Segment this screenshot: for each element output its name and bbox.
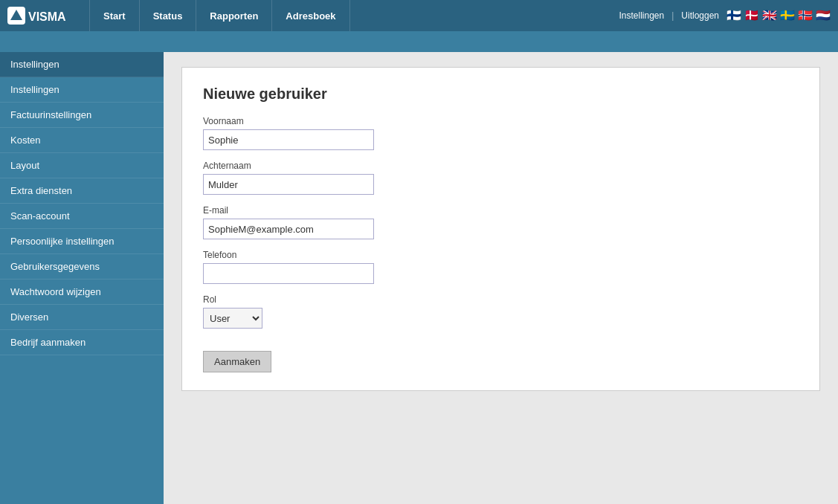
nav-adresboek[interactable]: Adresboek [272,0,349,31]
settings-link[interactable]: Instellingen [619,10,664,21]
rol-group: Rol User Admin Manager [203,294,799,329]
sidebar-item-extra-diensten[interactable]: Extra diensten [0,178,164,204]
flag-gb[interactable]: 🇬🇧 [762,10,777,21]
nav-start[interactable]: Start [89,0,140,31]
navbar-right: Instellingen | Uitloggen 🇫🇮 🇩🇰 🇬🇧 🇸🇪 🇳🇴 … [619,10,831,21]
flag-fi[interactable]: 🇫🇮 [726,10,741,21]
page-title: Nieuwe gebruiker [203,85,799,103]
sub-header [0,31,838,52]
sidebar: Instellingen Instellingen Factuurinstell… [0,52,164,504]
email-group: E-mail [203,205,799,239]
nav-links: Start Status Rapporten Adresboek [89,0,619,31]
achternaam-group: Achternaam [203,161,799,195]
sidebar-item-bedrijf-aanmaken[interactable]: Bedrijf aanmaken [0,330,164,355]
flag-nl[interactable]: 🇳🇱 [816,10,831,21]
sidebar-item-kosten[interactable]: Kosten [0,128,164,153]
sidebar-item-factuurinstellingen[interactable]: Factuurinstellingen [0,103,164,128]
sidebar-item-wachtwoord-wijzigen[interactable]: Wachtwoord wijzigen [0,280,164,305]
sidebar-item-layout[interactable]: Layout [0,153,164,178]
rol-select[interactable]: User Admin Manager [203,308,262,329]
sidebar-item-instellingen[interactable]: Instellingen [0,77,164,103]
svg-text:VISMA: VISMA [28,10,66,23]
logout-link[interactable]: Uitloggen [681,10,719,21]
flag-dk[interactable]: 🇩🇰 [744,10,759,21]
voornaam-label: Voornaam [203,116,799,126]
voornaam-input[interactable] [203,129,374,150]
logo[interactable]: VISMA [7,5,74,26]
voornaam-group: Voornaam [203,116,799,150]
sidebar-item-diversen[interactable]: Diversen [0,305,164,330]
telefoon-label: Telefoon [203,250,799,260]
sidebar-item-gebruikersgegevens[interactable]: Gebruikersgegevens [0,254,164,280]
form-card: Nieuwe gebruiker Voornaam Achternaam E-m… [181,67,820,391]
email-label: E-mail [203,205,799,216]
flag-se[interactable]: 🇸🇪 [780,10,795,21]
nav-rapporten[interactable]: Rapporten [196,0,272,31]
sidebar-item-scan-account[interactable]: Scan-account [0,204,164,229]
sidebar-item-instellingen-top[interactable]: Instellingen [0,52,164,77]
nav-divider: | [671,10,674,21]
telefoon-input[interactable] [203,263,374,284]
sidebar-item-persoonlijke-instellingen[interactable]: Persoonlijke instellingen [0,229,164,254]
achternaam-label: Achternaam [203,161,799,171]
telefoon-group: Telefoon [203,250,799,284]
layout: Instellingen Instellingen Factuurinstell… [0,52,838,504]
email-input[interactable] [203,219,374,239]
main-content: Nieuwe gebruiker Voornaam Achternaam E-m… [164,52,838,504]
flag-icons: 🇫🇮 🇩🇰 🇬🇧 🇸🇪 🇳🇴 🇳🇱 [726,10,831,21]
achternaam-input[interactable] [203,174,374,195]
navbar: VISMA Start Status Rapporten Adresboek I… [0,0,838,31]
nav-status[interactable]: Status [140,0,197,31]
rol-label: Rol [203,294,799,305]
flag-no[interactable]: 🇳🇴 [798,10,813,21]
aanmaken-button[interactable]: Aanmaken [203,351,271,372]
